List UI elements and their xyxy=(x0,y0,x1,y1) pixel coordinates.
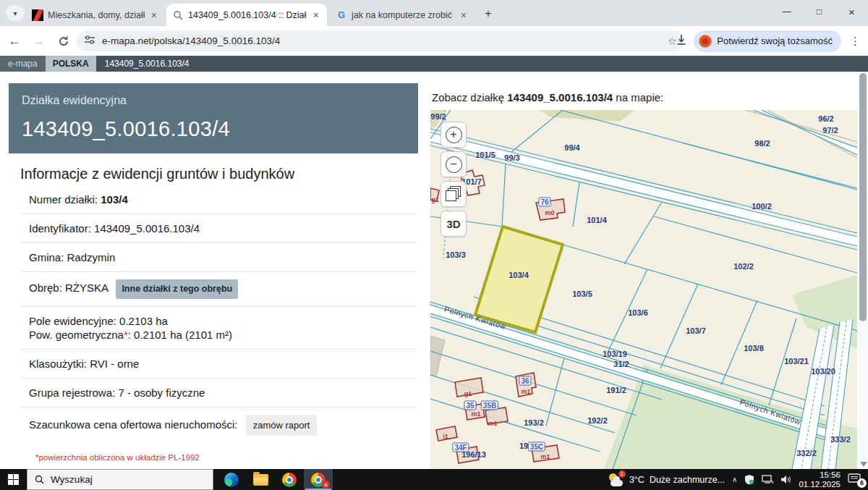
row-obreb: Obręb: RŻYSKA Inne działki z tego obrębu xyxy=(20,272,417,307)
coordinate-system-footnote: *powierzchnia obliczona w układzie PL-19… xyxy=(35,453,418,462)
tab-close-icon[interactable]: × xyxy=(459,9,469,21)
taskbar-apps: a xyxy=(217,469,333,490)
profile-avatar-icon xyxy=(699,35,712,48)
parcel-label-103-3: 103/3 xyxy=(446,250,466,259)
address-plate-76: 76 xyxy=(538,198,550,207)
row-value: 7 - osoby fizyczne xyxy=(118,386,205,399)
url-text[interactable]: e-mapa.net/polska/143409_5.0016.103/4 xyxy=(102,35,668,46)
panel-header-label: Działka ewidencyjna xyxy=(22,94,405,107)
tab-close-icon[interactable]: × xyxy=(149,9,159,21)
parcel-label-99-2: 99/2 xyxy=(430,112,446,121)
tab-google-search[interactable]: G jak na komputerze zrobić zrzut × xyxy=(330,4,475,26)
network-icon[interactable] xyxy=(762,475,773,484)
row-label: Klasoużytki: xyxy=(29,358,87,370)
order-report-button[interactable]: zamów raport xyxy=(246,415,318,436)
parcel-label-103-20: 103/20 xyxy=(811,367,835,376)
row-label: Numer działki: xyxy=(29,193,98,206)
3d-view-button[interactable]: 3D xyxy=(441,211,467,237)
row-label: Pole ewidencyjne: xyxy=(29,315,116,327)
reload-button[interactable] xyxy=(54,31,74,51)
system-tray: 1 3°C Duże zachmurze... ∧ 15:56 01.12.20… xyxy=(608,469,865,490)
tab-listings[interactable]: Mieszkania, domy, działki, lokal × xyxy=(26,4,165,26)
emapa-brand[interactable]: e-mapa xyxy=(0,56,46,72)
parcel-info-panel: Działka ewidencyjna 143409_5.0016.103/4 … xyxy=(9,83,418,469)
tab-parcel-active[interactable]: 143409_5.0016.103/4 :: Działka × xyxy=(166,4,327,26)
forward-button[interactable]: → xyxy=(29,31,49,51)
site-settings-icon[interactable] xyxy=(84,34,95,48)
page-scrollbar[interactable] xyxy=(858,72,868,469)
weather-temperature: 3°C xyxy=(629,475,644,485)
tab-title: 143409_5.0016.103/4 :: Działka xyxy=(188,10,307,20)
parcel-label-99-3: 99/3 xyxy=(504,153,519,162)
speaker-icon[interactable] xyxy=(780,475,791,484)
parcel-label-98-2: 98/2 xyxy=(754,139,770,148)
layers-button[interactable] xyxy=(441,181,467,207)
row-land-use: Klasoużytki: RVI - orne xyxy=(20,350,417,379)
zoom-in-button[interactable]: + xyxy=(441,122,467,148)
start-button[interactable] xyxy=(0,469,27,490)
layers-icon xyxy=(446,186,461,202)
parcel-label-103-8: 103/8 xyxy=(744,344,764,352)
street-label-polnych-kwiat-w: Polnych Kwiatów xyxy=(739,397,801,426)
taskbar-chrome-active-button[interactable]: a xyxy=(304,469,333,490)
tab-close-icon[interactable]: × xyxy=(311,9,321,21)
row-estimated-price: Szacunkowa cena ofertowa nieruchomości: … xyxy=(20,407,417,443)
window-close-button[interactable]: × xyxy=(835,0,868,23)
taskbar-chrome-button[interactable] xyxy=(275,469,304,490)
row-identifier: Identyfikator: 143409_5.0016.103/4 xyxy=(20,214,417,243)
parcel-label-103-6: 103/6 xyxy=(628,308,648,317)
window-restore-button[interactable]: □ xyxy=(803,0,835,23)
new-tab-button[interactable]: + xyxy=(479,6,498,22)
window-minimize-button[interactable]: — xyxy=(770,0,803,23)
parcel-label-103-5: 103/5 xyxy=(572,290,592,298)
taskbar-clock[interactable]: 15:56 01.12.2025 xyxy=(799,470,841,489)
street-label-polnych-kwiat-w: Polnych Kwiatów xyxy=(443,305,507,331)
row-value: 143409_5.0016.103/4 xyxy=(94,222,200,235)
parcel-label-332-2: 332/2 xyxy=(796,449,817,457)
address-bar[interactable]: e-mapa.net/polska/143409_5.0016.103/4 ☆ xyxy=(77,30,684,51)
taskbar-edge-button[interactable] xyxy=(217,469,246,490)
polska-tab[interactable]: POLSKA xyxy=(46,56,96,72)
building-label-m1: m1 xyxy=(540,453,550,460)
taskbar-search-box[interactable]: Wyszukaj xyxy=(27,469,213,490)
3d-icon: 3D xyxy=(446,218,460,230)
downloads-icon[interactable] xyxy=(675,33,688,49)
row-value-geometric: : 0.2101 ha (2101 m²) xyxy=(128,329,232,341)
building-label-i1: i1 xyxy=(443,433,448,440)
tray-chevron-icon[interactable]: ∧ xyxy=(732,476,737,483)
row-label: Gmina: xyxy=(29,251,64,263)
parcel-id-title: 143409_5.0016.103/4 xyxy=(22,117,405,141)
parcel-label-96-2: 96/2 xyxy=(818,114,833,123)
browser-menu-icon[interactable]: ⋮ xyxy=(847,35,864,48)
parcel-label-100-2: 100/2 xyxy=(752,202,772,211)
clock-date: 01.12.2025 xyxy=(799,480,841,489)
edge-icon xyxy=(224,473,239,487)
other-parcels-button[interactable]: Inne działki z tego obrębu xyxy=(116,279,238,299)
defender-shield-icon[interactable] xyxy=(744,474,754,485)
browser-tab-strip: ▾ Mieszkania, domy, działki, lokal × 143… xyxy=(0,0,868,26)
google-favicon: G xyxy=(336,9,347,21)
row-value: RŻYSKA xyxy=(65,282,108,294)
map-controls: + − 3D xyxy=(441,122,468,240)
cadastral-map[interactable]: 99/296/297/299/498/2101/599/3101/7101/41… xyxy=(430,110,857,469)
parcel-label-101-5: 101/5 xyxy=(475,151,495,159)
row-registry-group: Grupa rejestrowa: 7 - osoby fizyczne xyxy=(20,379,417,407)
weather-widget[interactable]: 1 3°C Duże zachmurze... xyxy=(608,473,725,487)
row-parcel-number: Numer działki: 103/4 xyxy=(20,185,417,214)
minus-icon: − xyxy=(446,156,462,173)
back-button[interactable]: ← xyxy=(4,31,25,51)
taskbar-explorer-button[interactable] xyxy=(246,469,275,490)
breadcrumb: 143409_5.0016.103/4 xyxy=(96,56,198,72)
parcel-attribute-rows: Numer działki: 103/4 Identyfikator: 1434… xyxy=(20,185,417,443)
zoom-out-button[interactable]: − xyxy=(441,151,467,177)
parcel-label-103-7: 103/7 xyxy=(686,326,706,335)
identity-confirm-button[interactable]: Potwierdź swoją tożsamość xyxy=(694,30,841,52)
map-caption: Zobacz działkę 143409_5.0016.103/4 na ma… xyxy=(432,91,663,104)
chrome-profile-badge: a xyxy=(322,481,330,489)
scrollbar-thumb[interactable] xyxy=(859,73,867,321)
address-plate-36: 36 xyxy=(519,376,531,386)
tab-search-button[interactable]: ▾ xyxy=(6,5,25,21)
parcel-label-191-2: 191/2 xyxy=(606,386,626,394)
notification-center-button[interactable]: 6 xyxy=(848,473,865,487)
scrollbar-down-arrow[interactable] xyxy=(860,462,867,467)
